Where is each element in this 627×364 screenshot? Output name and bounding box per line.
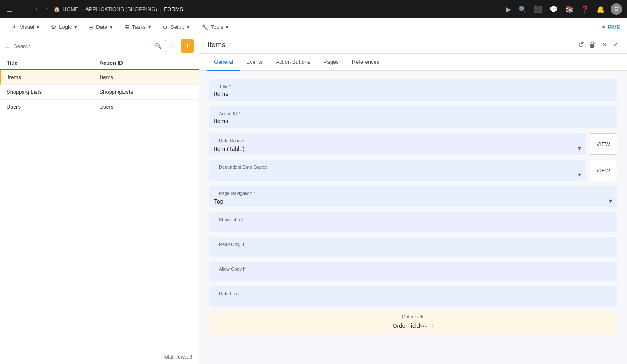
data-filter-field-group: Data Filter bbox=[209, 286, 617, 306]
tasks-chevron: ▾ bbox=[148, 24, 151, 30]
nav-setup[interactable]: ⚙ Setup ▾ bbox=[158, 21, 195, 33]
search-input[interactable] bbox=[14, 43, 152, 49]
breadcrumb-apps[interactable]: APPLICATIONS (SHOPPING) bbox=[85, 6, 157, 12]
visual-icon: 👁 bbox=[12, 24, 17, 30]
play-icon[interactable]: ▶ bbox=[504, 4, 513, 15]
delete-icon[interactable]: 🗑 bbox=[589, 41, 597, 49]
tasks-icon: ☰ bbox=[124, 24, 130, 30]
menu-icon[interactable]: ☰ bbox=[5, 4, 14, 15]
check-icon[interactable]: ✓ bbox=[613, 40, 619, 49]
action-id-field[interactable]: Action ID * Items bbox=[209, 106, 617, 128]
dependent-data-source-label: Dependent Data Source bbox=[214, 162, 581, 169]
avatar[interactable]: C bbox=[611, 3, 622, 15]
forward-icon[interactable]: → bbox=[30, 4, 40, 14]
page-nav-select-row: Top ▾ bbox=[214, 197, 612, 205]
allow-copy-if-field-group: Allow Copy If bbox=[209, 262, 617, 281]
data-source-label: Data Source bbox=[214, 136, 581, 143]
dependent-data-source-with-btn: Dependent Data Source ▾ VIEW bbox=[209, 160, 617, 181]
table-row[interactable]: Shopping Lists ShoppingLists bbox=[0, 85, 199, 100]
table-row[interactable]: Users Users bbox=[0, 100, 199, 114]
data-source-field-group: Data Source Item (Table) ▾ VIEW bbox=[209, 133, 617, 155]
data-source-with-btn: Data Source Item (Table) ▾ VIEW bbox=[209, 133, 617, 155]
show-title-if-field-group: Show Title If bbox=[209, 212, 617, 232]
add-button[interactable]: + bbox=[181, 39, 194, 53]
read-only-if-label: Read Only If bbox=[214, 239, 249, 247]
nav-data[interactable]: ⊞ Data ▾ bbox=[84, 21, 117, 33]
nav-tools[interactable]: 🔧 Tools ▾ bbox=[196, 21, 233, 33]
refresh-icon[interactable]: ↺ bbox=[578, 40, 584, 49]
book-icon[interactable]: 📚 bbox=[564, 4, 575, 15]
tab-action-buttons[interactable]: Action Buttons bbox=[269, 54, 317, 71]
filter-icon[interactable]: ☰ bbox=[5, 43, 10, 49]
nav-visual[interactable]: 👁 Visual ▾ bbox=[7, 21, 44, 33]
show-title-if-field[interactable]: Show Title If bbox=[209, 212, 617, 232]
search-nav-icon[interactable]: 🔍 bbox=[517, 4, 528, 15]
stop-icon[interactable]: ⬛ bbox=[532, 4, 544, 15]
header-title: Title bbox=[7, 60, 100, 66]
page-navigation-chevron[interactable]: ▾ bbox=[609, 197, 612, 205]
up-icon[interactable]: ↑ bbox=[44, 4, 50, 14]
nav-data-label: Data bbox=[96, 24, 107, 30]
allow-copy-if-label: Allow Copy If bbox=[214, 264, 250, 271]
search-input-wrap bbox=[14, 43, 152, 49]
title-value: Items bbox=[214, 90, 612, 97]
panel-header: Items ↺ 🗑 ✕ ✓ bbox=[199, 36, 627, 54]
search-icon[interactable]: 🔍 bbox=[155, 43, 162, 49]
data-source-field[interactable]: Data Source Item (Table) ▾ bbox=[209, 133, 586, 155]
row-action-id: Items bbox=[100, 74, 192, 80]
breadcrumb-home[interactable]: HOME bbox=[63, 6, 79, 12]
dependent-data-source-chevron[interactable]: ▾ bbox=[578, 171, 581, 179]
tab-general[interactable]: General bbox=[207, 54, 240, 71]
action-id-label: Action ID * bbox=[214, 109, 612, 116]
row-action-id: ShoppingLists bbox=[100, 89, 193, 95]
dependent-data-source-view-button[interactable]: VIEW bbox=[590, 160, 617, 181]
bell-icon[interactable]: 🔔 bbox=[595, 4, 606, 15]
help-icon[interactable]: ❓ bbox=[579, 4, 591, 15]
title-field-group: Title * Items bbox=[209, 79, 617, 101]
nav-right: ▶ 🔍 ⬛ 💬 📚 ❓ 🔔 C bbox=[504, 3, 622, 15]
data-filter-field[interactable]: Data Filter bbox=[209, 286, 617, 306]
title-label: Title * bbox=[214, 81, 612, 89]
top-nav: ☰ ← → ↑ 🏠 HOME › APPLICATIONS (SHOPPING)… bbox=[0, 0, 627, 18]
order-field-field[interactable]: Order Field OrderField </> ↓ bbox=[209, 311, 617, 334]
nav-logic[interactable]: ⚙ Logic ▾ bbox=[46, 21, 82, 33]
dependent-select-row: ▾ bbox=[214, 170, 581, 179]
form-content: Title * Items Action ID * Items Data Sou… bbox=[199, 71, 627, 364]
code-icon[interactable]: </> bbox=[420, 322, 428, 329]
row-title: Items bbox=[8, 74, 100, 80]
title-field[interactable]: Title * Items bbox=[209, 79, 617, 101]
table-row[interactable]: Items Items bbox=[0, 70, 199, 85]
right-panel: Items ↺ 🗑 ✕ ✓ General Events Action Butt… bbox=[199, 36, 627, 364]
action-id-value: Items bbox=[214, 117, 612, 124]
second-nav: 👁 Visual ▾ ⚙ Logic ▾ ⊞ Data ▾ ☰ Tasks ▾ … bbox=[0, 18, 627, 36]
sep1: › bbox=[81, 6, 83, 12]
data-source-view-button[interactable]: VIEW bbox=[590, 133, 617, 155]
page-navigation-field[interactable]: Page Navigation * Top ▾ bbox=[209, 186, 617, 207]
tab-references[interactable]: References bbox=[345, 54, 386, 71]
allow-copy-if-field[interactable]: Allow Copy If bbox=[209, 262, 617, 281]
tools-icon: 🔧 bbox=[201, 24, 208, 30]
data-chevron: ▾ bbox=[110, 24, 113, 30]
chat-icon[interactable]: 💬 bbox=[548, 4, 559, 15]
nav-tasks[interactable]: ☰ Tasks ▾ bbox=[119, 21, 156, 33]
breadcrumb-forms[interactable]: FORMS bbox=[164, 6, 183, 12]
back-icon[interactable]: ← bbox=[17, 4, 27, 14]
title-required: * bbox=[228, 84, 230, 89]
table-body: Items Items Shopping Lists ShoppingLists… bbox=[0, 70, 199, 350]
visual-chevron: ▾ bbox=[37, 24, 40, 30]
dependent-data-source-value bbox=[214, 170, 578, 179]
left-panel: ☰ 🔍 📄 + Title Action ID Items Items Shop… bbox=[0, 36, 199, 364]
setup-icon: ⚙ bbox=[163, 24, 168, 30]
doc-icon[interactable]: 📄 bbox=[165, 40, 177, 52]
panel-actions: ↺ 🗑 ✕ ✓ bbox=[578, 40, 619, 49]
order-field-arrow-icon[interactable]: ↓ bbox=[431, 322, 434, 329]
close-icon[interactable]: ✕ bbox=[601, 40, 608, 49]
tab-events[interactable]: Events bbox=[240, 54, 269, 71]
read-only-if-field[interactable]: Read Only If bbox=[209, 237, 617, 257]
tab-pages[interactable]: Pages bbox=[317, 54, 345, 71]
page-navigation-label: Page Navigation * bbox=[214, 188, 612, 196]
logic-icon: ⚙ bbox=[51, 24, 56, 30]
data-source-chevron[interactable]: ▾ bbox=[578, 144, 581, 152]
nav-visual-label: Visual bbox=[20, 24, 34, 30]
dependent-data-source-field[interactable]: Dependent Data Source ▾ bbox=[209, 160, 586, 181]
